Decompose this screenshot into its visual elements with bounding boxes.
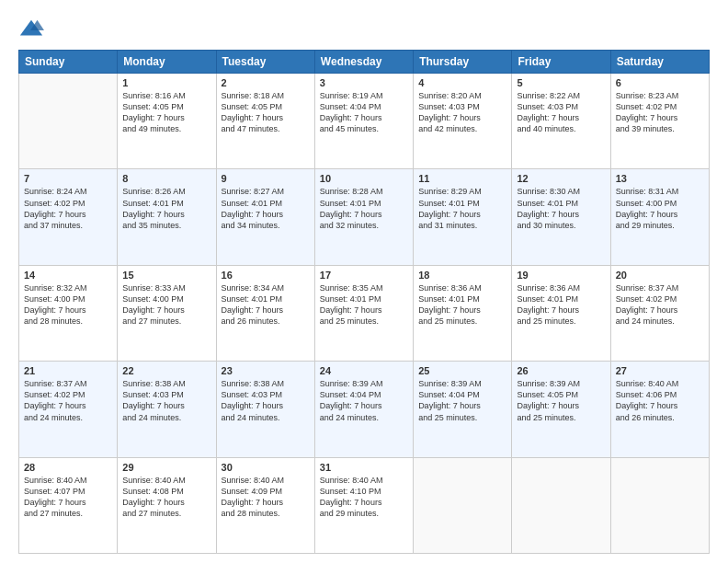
day-number: 5: [517, 77, 605, 88]
calendar-cell: 9Sunrise: 8:27 AMSunset: 4:01 PMDaylight…: [216, 169, 314, 265]
cell-info: Sunrise: 8:23 AMSunset: 4:02 PMDaylight:…: [616, 90, 704, 135]
day-number: 16: [222, 270, 310, 281]
cell-info: Sunrise: 8:40 AMSunset: 4:06 PMDaylight:…: [616, 378, 704, 423]
calendar-cell: 29Sunrise: 8:40 AMSunset: 4:08 PMDayligh…: [118, 457, 216, 553]
cell-info: Sunrise: 8:36 AMSunset: 4:01 PMDaylight:…: [418, 282, 506, 327]
day-number: 7: [24, 173, 112, 184]
day-number: 18: [418, 270, 506, 281]
cell-info: Sunrise: 8:40 AMSunset: 4:10 PMDaylight:…: [320, 475, 408, 520]
calendar-cell: 15Sunrise: 8:33 AMSunset: 4:00 PMDayligh…: [118, 265, 216, 361]
day-number: 27: [616, 365, 704, 376]
calendar-cell: [19, 74, 118, 169]
calendar-cell: 5Sunrise: 8:22 AMSunset: 4:03 PMDaylight…: [512, 74, 610, 169]
calendar-week-row: 14Sunrise: 8:32 AMSunset: 4:00 PMDayligh…: [19, 265, 710, 361]
calendar-cell: 1Sunrise: 8:16 AMSunset: 4:05 PMDaylight…: [118, 74, 216, 169]
calendar-header-saturday: Saturday: [610, 51, 709, 74]
day-number: 22: [122, 365, 210, 376]
cell-info: Sunrise: 8:31 AMSunset: 4:00 PMDaylight:…: [616, 186, 704, 231]
cell-info: Sunrise: 8:18 AMSunset: 4:05 PMDaylight:…: [222, 90, 310, 135]
cell-info: Sunrise: 8:39 AMSunset: 4:04 PMDaylight:…: [320, 378, 408, 423]
cell-info: Sunrise: 8:16 AMSunset: 4:05 PMDaylight:…: [122, 90, 210, 135]
day-number: 9: [222, 173, 310, 184]
calendar-cell: 8Sunrise: 8:26 AMSunset: 4:01 PMDaylight…: [118, 169, 216, 265]
cell-info: Sunrise: 8:26 AMSunset: 4:01 PMDaylight:…: [122, 186, 210, 231]
calendar-cell: 30Sunrise: 8:40 AMSunset: 4:09 PMDayligh…: [216, 457, 314, 553]
calendar-week-row: 1Sunrise: 8:16 AMSunset: 4:05 PMDaylight…: [19, 74, 710, 169]
calendar-cell: 19Sunrise: 8:36 AMSunset: 4:01 PMDayligh…: [512, 265, 610, 361]
day-number: 14: [24, 270, 112, 281]
logo-icon: [18, 17, 44, 42]
day-number: 25: [418, 365, 506, 376]
calendar-cell: 27Sunrise: 8:40 AMSunset: 4:06 PMDayligh…: [610, 362, 709, 457]
calendar-cell: 26Sunrise: 8:39 AMSunset: 4:05 PMDayligh…: [512, 362, 610, 457]
logo: [18, 17, 48, 42]
cell-info: Sunrise: 8:22 AMSunset: 4:03 PMDaylight:…: [517, 90, 605, 135]
day-number: 30: [222, 462, 310, 473]
calendar-cell: 10Sunrise: 8:28 AMSunset: 4:01 PMDayligh…: [314, 169, 413, 265]
day-number: 17: [320, 270, 408, 281]
cell-info: Sunrise: 8:20 AMSunset: 4:03 PMDaylight:…: [418, 90, 506, 135]
calendar-cell: 14Sunrise: 8:32 AMSunset: 4:00 PMDayligh…: [19, 265, 118, 361]
cell-info: Sunrise: 8:30 AMSunset: 4:01 PMDaylight:…: [517, 186, 605, 231]
calendar-cell: 12Sunrise: 8:30 AMSunset: 4:01 PMDayligh…: [512, 169, 610, 265]
calendar-cell: 22Sunrise: 8:38 AMSunset: 4:03 PMDayligh…: [118, 362, 216, 457]
calendar-cell: 25Sunrise: 8:39 AMSunset: 4:04 PMDayligh…: [414, 362, 512, 457]
cell-info: Sunrise: 8:32 AMSunset: 4:00 PMDaylight:…: [24, 282, 112, 327]
cell-info: Sunrise: 8:34 AMSunset: 4:01 PMDaylight:…: [222, 282, 310, 327]
calendar-header-friday: Friday: [512, 51, 610, 74]
cell-info: Sunrise: 8:38 AMSunset: 4:03 PMDaylight:…: [222, 378, 310, 423]
calendar-cell: 3Sunrise: 8:19 AMSunset: 4:04 PMDaylight…: [314, 74, 413, 169]
day-number: 26: [517, 365, 605, 376]
cell-info: Sunrise: 8:28 AMSunset: 4:01 PMDaylight:…: [320, 186, 408, 231]
cell-info: Sunrise: 8:24 AMSunset: 4:02 PMDaylight:…: [24, 186, 112, 231]
calendar-header-monday: Monday: [118, 51, 216, 74]
cell-info: Sunrise: 8:40 AMSunset: 4:09 PMDaylight:…: [222, 475, 310, 520]
day-number: 1: [122, 77, 210, 88]
calendar-cell: 16Sunrise: 8:34 AMSunset: 4:01 PMDayligh…: [216, 265, 314, 361]
calendar-cell: 24Sunrise: 8:39 AMSunset: 4:04 PMDayligh…: [314, 362, 413, 457]
calendar-week-row: 7Sunrise: 8:24 AMSunset: 4:02 PMDaylight…: [19, 169, 710, 265]
header: [18, 17, 710, 42]
day-number: 20: [616, 270, 704, 281]
day-number: 10: [320, 173, 408, 184]
day-number: 8: [122, 173, 210, 184]
day-number: 11: [418, 173, 506, 184]
day-number: 28: [24, 462, 112, 473]
day-number: 2: [222, 77, 310, 88]
calendar-cell: 21Sunrise: 8:37 AMSunset: 4:02 PMDayligh…: [19, 362, 118, 457]
calendar-cell: 18Sunrise: 8:36 AMSunset: 4:01 PMDayligh…: [414, 265, 512, 361]
day-number: 6: [616, 77, 704, 88]
day-number: 24: [320, 365, 408, 376]
calendar-cell: 20Sunrise: 8:37 AMSunset: 4:02 PMDayligh…: [610, 265, 709, 361]
calendar-header-thursday: Thursday: [414, 51, 512, 74]
calendar-week-row: 21Sunrise: 8:37 AMSunset: 4:02 PMDayligh…: [19, 362, 710, 457]
cell-info: Sunrise: 8:36 AMSunset: 4:01 PMDaylight:…: [517, 282, 605, 327]
day-number: 13: [616, 173, 704, 184]
calendar-cell: 13Sunrise: 8:31 AMSunset: 4:00 PMDayligh…: [610, 169, 709, 265]
cell-info: Sunrise: 8:37 AMSunset: 4:02 PMDaylight:…: [24, 378, 112, 423]
page: SundayMondayTuesdayWednesdayThursdayFrid…: [0, 0, 728, 563]
calendar-cell: 11Sunrise: 8:29 AMSunset: 4:01 PMDayligh…: [414, 169, 512, 265]
day-number: 19: [517, 270, 605, 281]
day-number: 4: [418, 77, 506, 88]
cell-info: Sunrise: 8:39 AMSunset: 4:05 PMDaylight:…: [517, 378, 605, 423]
calendar-cell: 6Sunrise: 8:23 AMSunset: 4:02 PMDaylight…: [610, 74, 709, 169]
cell-info: Sunrise: 8:40 AMSunset: 4:07 PMDaylight:…: [24, 475, 112, 520]
cell-info: Sunrise: 8:39 AMSunset: 4:04 PMDaylight:…: [418, 378, 506, 423]
day-number: 3: [320, 77, 408, 88]
cell-info: Sunrise: 8:19 AMSunset: 4:04 PMDaylight:…: [320, 90, 408, 135]
day-number: 21: [24, 365, 112, 376]
cell-info: Sunrise: 8:27 AMSunset: 4:01 PMDaylight:…: [222, 186, 310, 231]
day-number: 29: [122, 462, 210, 473]
cell-info: Sunrise: 8:35 AMSunset: 4:01 PMDaylight:…: [320, 282, 408, 327]
calendar-cell: [610, 457, 709, 553]
calendar-cell: 31Sunrise: 8:40 AMSunset: 4:10 PMDayligh…: [314, 457, 413, 553]
day-number: 15: [122, 270, 210, 281]
day-number: 12: [517, 173, 605, 184]
day-number: 31: [320, 462, 408, 473]
calendar-cell: 2Sunrise: 8:18 AMSunset: 4:05 PMDaylight…: [216, 74, 314, 169]
calendar-cell: 28Sunrise: 8:40 AMSunset: 4:07 PMDayligh…: [19, 457, 118, 553]
calendar-cell: 23Sunrise: 8:38 AMSunset: 4:03 PMDayligh…: [216, 362, 314, 457]
cell-info: Sunrise: 8:40 AMSunset: 4:08 PMDaylight:…: [122, 475, 210, 520]
cell-info: Sunrise: 8:29 AMSunset: 4:01 PMDaylight:…: [418, 186, 506, 231]
